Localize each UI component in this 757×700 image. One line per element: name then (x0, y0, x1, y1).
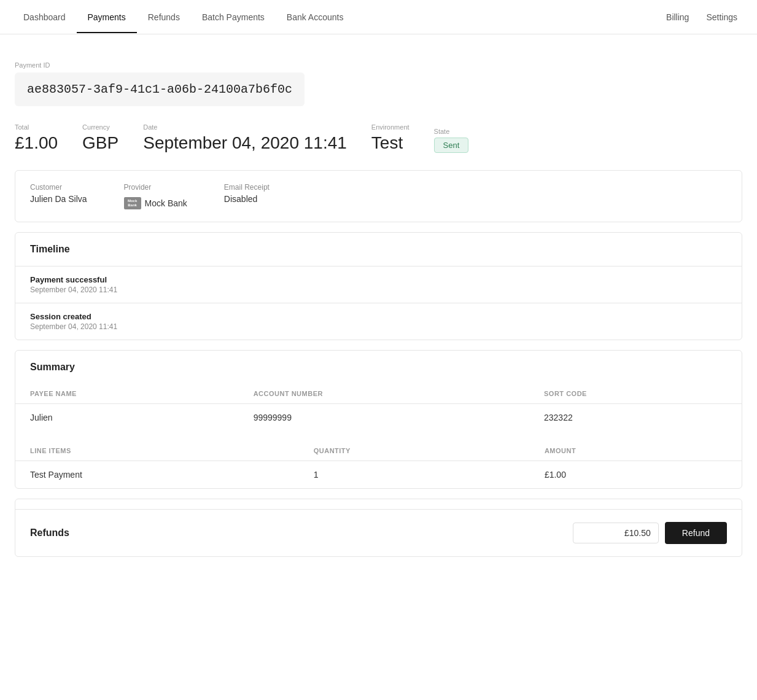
payment-currency-field: Currency GBP (82, 123, 118, 153)
sort-code-header: SORT CODE (529, 384, 742, 404)
payee-name-value: Julien (15, 403, 239, 431)
payment-meta-row: Total £1.00 Currency GBP Date September … (15, 123, 742, 153)
summary-card: Summary PAYEE NAME ACCOUNT NUMBER SORT C… (15, 350, 742, 489)
mock-bank-icon: Mock Bank (124, 197, 141, 209)
timeline-event-1-time: September 04, 2020 11:41 (30, 322, 727, 331)
main-content: Payment ID ae883057-3af9-41c1-a06b-24100… (0, 34, 757, 557)
payee-row: Julien 99999999 232322 (15, 403, 742, 431)
payment-total-label: Total (15, 123, 58, 131)
payment-currency-value: GBP (82, 133, 118, 153)
line-item-quantity: 1 (299, 461, 530, 488)
timeline-event-1-title: Session created (30, 312, 727, 321)
refund-amount-input[interactable] (573, 523, 659, 543)
timeline-event-1: Session created September 04, 2020 11:41 (15, 303, 742, 340)
line-item-row: Test Payment 1 £1.00 (15, 461, 742, 488)
timeline-event-0-title: Payment successful (30, 275, 727, 284)
payment-total-value: £1.00 (15, 133, 58, 153)
timeline-card: Timeline Payment successful September 04… (15, 232, 742, 340)
customer-field: Customer Julien Da Silva (30, 183, 87, 209)
navigation: Dashboard Payments Refunds Batch Payment… (0, 0, 757, 34)
payment-date-value: September 04, 2020 11:41 (143, 133, 347, 153)
payment-state-label: State (434, 128, 469, 135)
refunds-card: Refunds Refund (15, 499, 742, 557)
payment-currency-label: Currency (82, 123, 118, 131)
email-receipt-value: Disabled (224, 194, 270, 204)
nav-left: Dashboard Payments Refunds Batch Payment… (12, 1, 354, 33)
nav-billing[interactable]: Billing (659, 1, 696, 33)
refunds-section: Refunds Refund (15, 509, 742, 556)
payment-date-label: Date (143, 123, 347, 131)
payee-table: PAYEE NAME ACCOUNT NUMBER SORT CODE Juli… (15, 384, 742, 431)
provider-field: Provider Mock Bank Mock Bank (124, 183, 187, 209)
payment-total-field: Total £1.00 (15, 123, 58, 153)
nav-dashboard[interactable]: Dashboard (12, 1, 77, 33)
nav-batch-payments[interactable]: Batch Payments (191, 1, 276, 33)
timeline-event-0-time: September 04, 2020 11:41 (30, 286, 727, 294)
amount-header: AMOUNT (530, 441, 742, 461)
line-items-header: LINE ITEMS (15, 441, 299, 461)
provider-label: Provider (124, 183, 187, 192)
customer-label: Customer (30, 183, 87, 192)
payment-date-field: Date September 04, 2020 11:41 (143, 123, 347, 153)
nav-settings[interactable]: Settings (699, 1, 745, 33)
nav-refunds[interactable]: Refunds (137, 1, 191, 33)
timeline-event-0: Payment successful September 04, 2020 11… (15, 266, 742, 303)
line-item-amount: £1.00 (530, 461, 742, 488)
customer-card: Customer Julien Da Silva Provider Mock B… (15, 170, 742, 222)
customer-value: Julien Da Silva (30, 194, 87, 204)
payment-state-badge: Sent (434, 138, 469, 153)
email-receipt-field: Email Receipt Disabled (224, 183, 270, 209)
timeline-title: Timeline (15, 233, 742, 266)
line-item-description: Test Payment (15, 461, 299, 488)
provider-name: Mock Bank (145, 198, 187, 208)
refund-button[interactable]: Refund (665, 522, 727, 544)
nav-payments[interactable]: Payments (77, 1, 137, 33)
email-receipt-label: Email Receipt (224, 183, 270, 192)
payment-id-label: Payment ID (15, 61, 742, 69)
payment-state-field: State Sent (434, 128, 469, 153)
payment-environment-value: Test (371, 133, 410, 153)
payment-environment-label: Environment (371, 123, 410, 131)
sort-code-value: 232322 (529, 403, 742, 431)
refunds-title: Refunds (30, 527, 69, 539)
nav-bank-accounts[interactable]: Bank Accounts (276, 1, 355, 33)
payee-name-header: PAYEE NAME (15, 384, 239, 404)
provider-value: Mock Bank Mock Bank (124, 197, 187, 209)
payment-id-value: ae883057-3af9-41c1-a06b-24100a7b6f0c (15, 72, 305, 106)
payment-environment-field: Environment Test (371, 123, 410, 153)
nav-right: Billing Settings (659, 1, 745, 33)
quantity-header: QUANTITY (299, 441, 530, 461)
summary-title: Summary (15, 351, 742, 384)
account-number-value: 99999999 (239, 403, 529, 431)
line-items-table: LINE ITEMS QUANTITY AMOUNT Test Payment … (15, 441, 742, 488)
account-number-header: ACCOUNT NUMBER (239, 384, 529, 404)
